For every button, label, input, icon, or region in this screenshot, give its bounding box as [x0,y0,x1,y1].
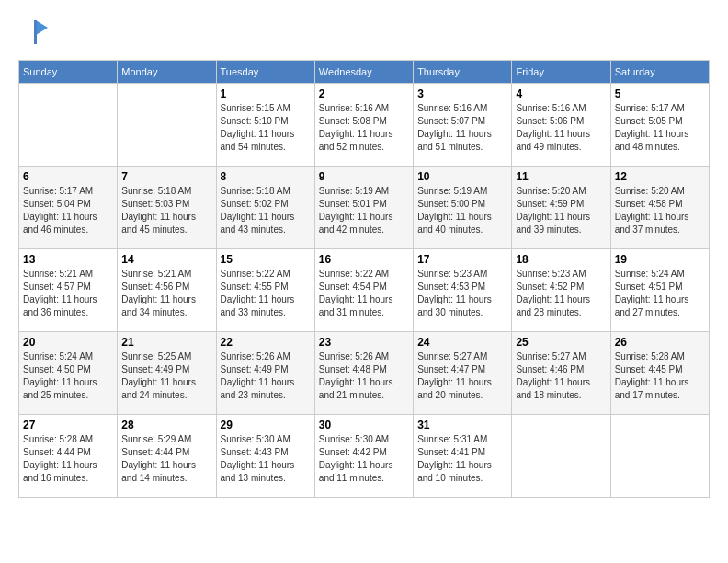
day-info: Sunrise: 5:26 AM Sunset: 4:49 PM Dayligh… [221,350,311,402]
calendar-cell: 3Sunrise: 5:16 AM Sunset: 5:07 PM Daylig… [414,84,512,167]
column-header-monday: Monday [118,61,216,84]
calendar-cell: 12Sunrise: 5:20 AM Sunset: 4:58 PM Dayli… [610,167,709,249]
column-header-wednesday: Wednesday [314,61,413,84]
calendar-cell: 17Sunrise: 5:23 AM Sunset: 4:53 PM Dayli… [414,249,512,332]
day-info: Sunrise: 5:23 AM Sunset: 4:52 PM Dayligh… [516,268,606,319]
svg-rect-1 [34,20,37,44]
day-number: 19 [615,253,705,266]
day-info: Sunrise: 5:18 AM Sunset: 5:03 PM Dayligh… [121,185,211,236]
day-number: 14 [121,253,211,266]
calendar-cell: 15Sunrise: 5:22 AM Sunset: 4:55 PM Dayli… [216,249,314,332]
day-number: 6 [23,170,113,183]
day-number: 9 [319,170,409,183]
day-info: Sunrise: 5:29 AM Sunset: 4:44 PM Dayligh… [121,433,211,485]
day-info: Sunrise: 5:28 AM Sunset: 4:44 PM Dayligh… [23,433,113,485]
day-number: 28 [121,419,211,431]
day-info: Sunrise: 5:22 AM Sunset: 4:54 PM Dayligh… [319,268,409,319]
day-info: Sunrise: 5:17 AM Sunset: 5:05 PM Dayligh… [615,102,705,154]
column-header-friday: Friday [512,61,610,84]
day-number: 21 [121,336,211,349]
calendar-cell: 22Sunrise: 5:26 AM Sunset: 4:49 PM Dayli… [216,332,314,415]
day-number: 11 [516,170,606,183]
day-number: 4 [516,87,606,100]
calendar-cell: 23Sunrise: 5:26 AM Sunset: 4:48 PM Dayli… [314,332,413,415]
day-info: Sunrise: 5:24 AM Sunset: 4:50 PM Dayligh… [23,350,113,402]
calendar-cell: 31Sunrise: 5:31 AM Sunset: 4:41 PM Dayli… [414,415,512,498]
calendar-cell: 26Sunrise: 5:28 AM Sunset: 4:45 PM Dayli… [610,332,709,415]
calendar-week-1: 1Sunrise: 5:15 AM Sunset: 5:10 PM Daylig… [19,84,710,167]
calendar-cell: 7Sunrise: 5:18 AM Sunset: 5:03 PM Daylig… [118,167,216,249]
logo [18,18,50,51]
calendar-week-3: 13Sunrise: 5:21 AM Sunset: 4:57 PM Dayli… [19,249,710,332]
calendar-week-4: 20Sunrise: 5:24 AM Sunset: 4:50 PM Dayli… [19,332,710,415]
day-number: 2 [319,87,409,100]
calendar-cell: 25Sunrise: 5:27 AM Sunset: 4:46 PM Dayli… [512,332,610,415]
day-number: 3 [417,87,507,100]
calendar-body: 1Sunrise: 5:15 AM Sunset: 5:10 PM Daylig… [19,84,710,498]
day-number: 18 [516,253,606,266]
calendar-cell: 19Sunrise: 5:24 AM Sunset: 4:51 PM Dayli… [610,249,709,332]
day-number: 26 [615,336,705,349]
day-info: Sunrise: 5:27 AM Sunset: 4:47 PM Dayligh… [417,350,507,402]
day-info: Sunrise: 5:28 AM Sunset: 4:45 PM Dayligh… [615,350,705,402]
calendar-week-5: 27Sunrise: 5:28 AM Sunset: 4:44 PM Dayli… [19,415,710,498]
day-number: 5 [615,87,705,100]
calendar-cell: 29Sunrise: 5:30 AM Sunset: 4:43 PM Dayli… [216,415,314,498]
day-info: Sunrise: 5:24 AM Sunset: 4:51 PM Dayligh… [615,268,705,319]
column-header-thursday: Thursday [414,61,512,84]
day-info: Sunrise: 5:20 AM Sunset: 4:59 PM Dayligh… [516,185,606,236]
calendar-cell: 27Sunrise: 5:28 AM Sunset: 4:44 PM Dayli… [19,415,118,498]
day-info: Sunrise: 5:19 AM Sunset: 5:00 PM Dayligh… [417,185,507,236]
day-number: 12 [615,170,705,183]
calendar-cell: 10Sunrise: 5:19 AM Sunset: 5:00 PM Dayli… [414,167,512,249]
calendar-cell: 18Sunrise: 5:23 AM Sunset: 4:52 PM Dayli… [512,249,610,332]
day-info: Sunrise: 5:18 AM Sunset: 5:02 PM Dayligh… [221,185,311,236]
day-number: 7 [121,170,211,183]
day-info: Sunrise: 5:30 AM Sunset: 4:42 PM Dayligh… [319,433,409,485]
day-info: Sunrise: 5:27 AM Sunset: 4:46 PM Dayligh… [516,350,606,402]
calendar-week-2: 6Sunrise: 5:17 AM Sunset: 5:04 PM Daylig… [19,167,710,249]
day-number: 13 [23,253,113,266]
day-info: Sunrise: 5:17 AM Sunset: 5:04 PM Dayligh… [23,185,113,236]
calendar-cell: 28Sunrise: 5:29 AM Sunset: 4:44 PM Dayli… [118,415,216,498]
column-header-sunday: Sunday [19,61,118,84]
calendar-cell: 6Sunrise: 5:17 AM Sunset: 5:04 PM Daylig… [19,167,118,249]
logo-flag-icon [22,18,50,46]
column-header-tuesday: Tuesday [216,61,314,84]
day-info: Sunrise: 5:31 AM Sunset: 4:41 PM Dayligh… [417,433,507,485]
day-number: 10 [417,170,507,183]
calendar-cell: 30Sunrise: 5:30 AM Sunset: 4:42 PM Dayli… [314,415,413,498]
page-header [18,18,710,51]
column-header-saturday: Saturday [610,61,709,84]
day-info: Sunrise: 5:30 AM Sunset: 4:43 PM Dayligh… [221,433,311,485]
calendar-cell: 2Sunrise: 5:16 AM Sunset: 5:08 PM Daylig… [314,84,413,167]
calendar-cell: 5Sunrise: 5:17 AM Sunset: 5:05 PM Daylig… [610,84,709,167]
calendar-header-row: SundayMondayTuesdayWednesdayThursdayFrid… [19,61,710,84]
day-info: Sunrise: 5:21 AM Sunset: 4:57 PM Dayligh… [23,268,113,319]
logo-wordmark [18,18,50,51]
day-info: Sunrise: 5:16 AM Sunset: 5:07 PM Dayligh… [417,102,507,154]
day-number: 20 [23,336,113,349]
day-number: 24 [417,336,507,349]
day-number: 16 [319,253,409,266]
day-info: Sunrise: 5:26 AM Sunset: 4:48 PM Dayligh… [319,350,409,402]
day-info: Sunrise: 5:23 AM Sunset: 4:53 PM Dayligh… [417,268,507,319]
svg-marker-0 [36,20,48,35]
calendar-cell: 1Sunrise: 5:15 AM Sunset: 5:10 PM Daylig… [216,84,314,167]
day-info: Sunrise: 5:19 AM Sunset: 5:01 PM Dayligh… [319,185,409,236]
day-number: 23 [319,336,409,349]
calendar-cell: 14Sunrise: 5:21 AM Sunset: 4:56 PM Dayli… [118,249,216,332]
calendar-cell: 13Sunrise: 5:21 AM Sunset: 4:57 PM Dayli… [19,249,118,332]
day-number: 1 [221,87,311,100]
calendar-cell: 9Sunrise: 5:19 AM Sunset: 5:01 PM Daylig… [314,167,413,249]
calendar-cell: 24Sunrise: 5:27 AM Sunset: 4:47 PM Dayli… [414,332,512,415]
day-number: 31 [417,419,507,431]
day-number: 30 [319,419,409,431]
calendar-cell: 21Sunrise: 5:25 AM Sunset: 4:49 PM Dayli… [118,332,216,415]
calendar-cell [118,84,216,167]
day-number: 17 [417,253,507,266]
calendar-cell [610,415,709,498]
calendar-cell: 11Sunrise: 5:20 AM Sunset: 4:59 PM Dayli… [512,167,610,249]
calendar-cell [512,415,610,498]
calendar-cell: 16Sunrise: 5:22 AM Sunset: 4:54 PM Dayli… [314,249,413,332]
